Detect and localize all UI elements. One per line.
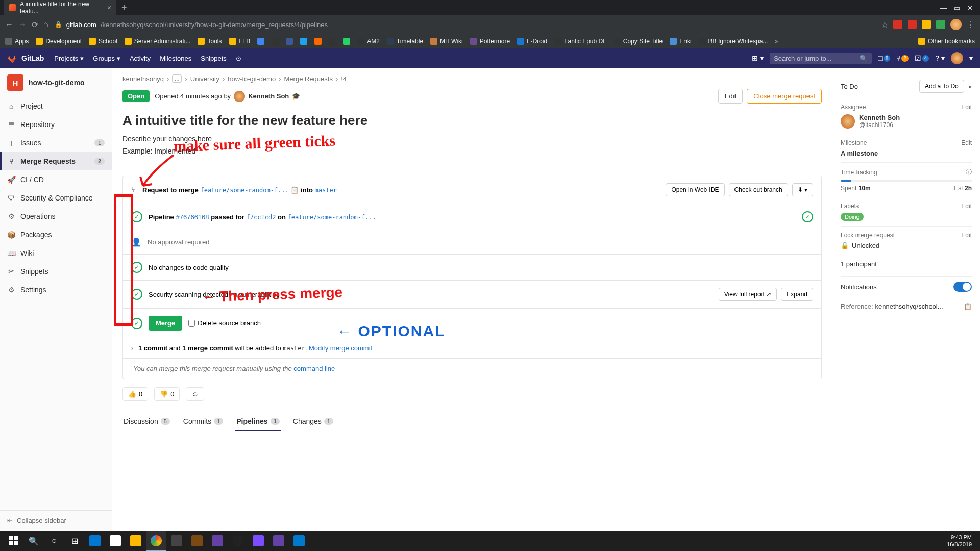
nav-snippets[interactable]: Snippets — [201, 55, 227, 62]
extension-icon[interactable] — [908, 20, 917, 29]
menu-icon[interactable]: ⋮ — [967, 20, 975, 30]
home-icon[interactable]: ⌂ — [43, 20, 48, 30]
project-header[interactable]: H how-to-git-demo — [0, 68, 112, 97]
taskbar-app[interactable] — [85, 531, 105, 551]
todo-shortcut[interactable]: ☑4 — [915, 54, 929, 62]
bookmark-item[interactable]: FTB — [229, 38, 251, 45]
breadcrumb-link[interactable]: kennethsohyq — [122, 75, 164, 83]
window-close-icon[interactable]: ✕ — [967, 4, 973, 12]
bookmark-item[interactable]: Timetable — [387, 38, 423, 45]
taskbar-app[interactable] — [268, 531, 289, 551]
notifications-toggle[interactable] — [953, 282, 972, 292]
bookmark-item[interactable]: Enki — [670, 38, 691, 45]
extension-icon[interactable] — [936, 20, 945, 29]
browser-tab[interactable]: A intuitive title for the new featu... × — [4, 0, 116, 18]
nav-quick-help-icon[interactable]: ⊙ — [236, 55, 241, 62]
nav-milestones[interactable]: Milestones — [160, 55, 191, 62]
other-bookmarks[interactable]: Other bookmarks — [918, 38, 975, 45]
start-button[interactable] — [3, 531, 23, 551]
tab-discussion[interactable]: Discussion5 — [122, 412, 171, 431]
user-avatar[interactable] — [951, 52, 963, 64]
taskbar-chrome[interactable] — [146, 531, 166, 551]
cortana-icon[interactable]: ○ — [44, 531, 64, 551]
author-name[interactable]: Kenneth Soh — [248, 92, 289, 100]
add-reaction-button[interactable]: ☺ — [186, 387, 204, 401]
pipeline-id-link[interactable]: #76766168 — [176, 213, 209, 221]
edit-assignee[interactable]: Edit — [961, 104, 972, 111]
edit-button[interactable]: Edit — [718, 89, 743, 104]
extension-icon[interactable] — [922, 20, 931, 29]
taskbar-app[interactable] — [187, 531, 207, 551]
forward-icon[interactable]: → — [18, 20, 27, 30]
taskbar-app[interactable] — [289, 531, 309, 551]
back-icon[interactable]: ← — [5, 20, 13, 30]
taskbar-app[interactable] — [126, 531, 146, 551]
label-chip[interactable]: Doing — [841, 213, 864, 221]
sidebar-item-merge-requests[interactable]: ⑂Merge Requests2 — [0, 152, 112, 170]
bookmark-item[interactable]: Pottermore — [470, 38, 510, 45]
bookmark-item[interactable] — [286, 38, 293, 45]
edit-lock[interactable]: Edit — [961, 232, 972, 239]
url-bar[interactable]: 🔒 gitlab.com/kennethsohyq/school/univers… — [55, 21, 875, 29]
close-mr-button[interactable]: Close merge request — [747, 89, 822, 104]
plus-dropdown[interactable]: ⊞ ▾ — [752, 54, 764, 62]
sidebar-item-packages[interactable]: 📦Packages — [0, 226, 112, 244]
task-view-icon[interactable]: ⊞ — [64, 531, 85, 551]
bookmark-item[interactable] — [314, 38, 322, 45]
bookmark-item[interactable]: Development — [36, 38, 82, 45]
chevron-right-icon[interactable]: › — [131, 345, 133, 352]
sidebar-item-issues[interactable]: ◫Issues1 — [0, 134, 112, 152]
sidebar-item-settings[interactable]: ⚙Settings — [0, 281, 112, 299]
nav-groups[interactable]: Groups ▾ — [93, 55, 120, 62]
add-todo-button[interactable]: Add a To Do — [919, 80, 964, 93]
bookmark-item[interactable]: AM2 — [357, 38, 380, 45]
target-branch[interactable]: master — [315, 187, 337, 194]
tab-pipelines[interactable]: Pipelines1 — [235, 412, 281, 431]
apps-button[interactable]: Apps — [5, 38, 29, 45]
checkout-branch-button[interactable]: Check out branch — [729, 183, 788, 196]
window-minimize-icon[interactable]: — — [940, 4, 947, 12]
sidebar-item-project[interactable]: ⌂Project — [0, 97, 112, 115]
taskbar-app[interactable] — [228, 531, 248, 551]
search-icon[interactable]: 🔍 — [23, 531, 44, 551]
edit-milestone[interactable]: Edit — [961, 139, 972, 146]
issues-shortcut[interactable]: □8 — [878, 54, 890, 62]
bookmark-item[interactable]: Fanfic Epub DL — [554, 38, 606, 45]
tab-commits[interactable]: Commits1 — [182, 412, 224, 431]
copy-reference-icon[interactable]: 📋 — [964, 303, 972, 310]
bookmark-item[interactable] — [257, 38, 264, 45]
window-maximize-icon[interactable]: ▭ — [954, 4, 960, 12]
assignee-avatar[interactable] — [841, 114, 855, 129]
info-icon[interactable]: ⓘ — [966, 168, 972, 177]
copy-icon[interactable]: 📋 — [290, 186, 299, 194]
bookmark-item[interactable]: School — [89, 38, 117, 45]
bookmark-item[interactable] — [300, 38, 307, 45]
breadcrumb-link[interactable]: Merge Requests — [284, 75, 333, 83]
commit-sha[interactable]: f7cc1cd2 — [247, 214, 276, 221]
breadcrumb-link[interactable]: University — [190, 75, 219, 83]
sidebar-item-cicd[interactable]: 🚀CI / CD — [0, 170, 112, 189]
author-avatar[interactable] — [234, 91, 245, 102]
taskbar-app[interactable] — [207, 531, 228, 551]
new-tab-button[interactable]: + — [121, 3, 127, 13]
profile-avatar[interactable] — [950, 19, 962, 30]
bookmark-item[interactable]: MH Wiki — [430, 38, 463, 45]
bookmark-item[interactable] — [272, 38, 279, 45]
bookmark-item[interactable]: Server Administrati... — [125, 38, 191, 45]
delete-source-checkbox[interactable]: Delete source branch — [188, 319, 261, 327]
star-icon[interactable]: ☆ — [881, 20, 888, 30]
sidebar-item-snippets[interactable]: ✂Snippets — [0, 262, 112, 281]
thumbs-up-button[interactable]: 👍 0 — [122, 387, 148, 401]
thumbs-down-button[interactable]: 👎 0 — [154, 387, 180, 401]
bookmark-item[interactable]: BB Ignore Whitespa... — [699, 38, 768, 45]
source-branch[interactable]: feature/some-random-f... — [200, 187, 288, 194]
help-icon[interactable]: ? ▾ — [935, 54, 945, 62]
bookmark-item[interactable] — [329, 38, 336, 45]
sidebar-item-operations[interactable]: ⚙Operations — [0, 207, 112, 226]
nav-projects[interactable]: Projects ▾ — [54, 55, 84, 62]
bookmark-item[interactable]: Copy Site Title — [614, 38, 663, 45]
tab-changes[interactable]: Changes1 — [292, 412, 334, 431]
taskbar-app[interactable] — [248, 531, 268, 551]
open-web-ide-button[interactable]: Open in Web IDE — [666, 183, 724, 196]
sidebar-item-security[interactable]: 🛡Security & Compliance — [0, 189, 112, 207]
